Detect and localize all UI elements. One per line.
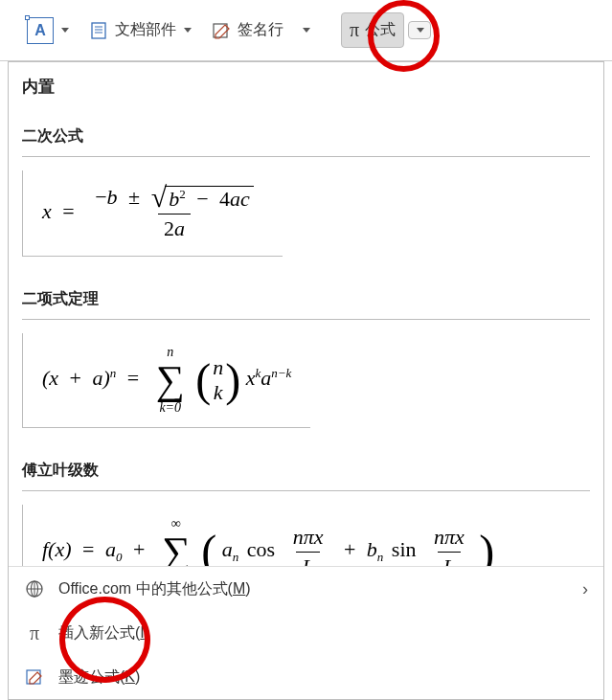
chevron-down-icon xyxy=(61,28,69,33)
equation-item-fourier[interactable]: f(x) = a0 + ∞∑n=1 ( an cos nπxL + bn sin… xyxy=(22,505,513,566)
equation-row: (x + a)n = n∑k=0 (nk) xkan−k xyxy=(22,319,590,441)
equation-gallery-panel: 内置 二次公式 x = −b ± √b2 − 4ac 2a 二项式定理 xyxy=(8,61,604,700)
gallery-footer: Office.com 中的其他公式(M) › π 插入新公式(I) 墨迹公式(K… xyxy=(9,566,603,699)
equation-gallery-scroll[interactable]: 内置 二次公式 x = −b ± √b2 − 4ac 2a 二项式定理 xyxy=(9,62,603,566)
chevron-down-icon xyxy=(303,28,310,33)
document-parts-icon xyxy=(88,20,109,41)
textbox-button[interactable]: A xyxy=(19,11,77,50)
textbox-glyph: A xyxy=(34,22,46,39)
equation-row: x = −b ± √b2 − 4ac 2a xyxy=(22,156,590,270)
ink-equation-icon xyxy=(24,666,45,688)
pi-icon: π xyxy=(24,622,45,644)
menu-item-label: 墨迹公式(K) xyxy=(58,667,140,688)
insert-new-equation-item[interactable]: π 插入新公式(I) xyxy=(9,611,603,655)
signature-line-dropdown[interactable] xyxy=(295,22,316,38)
chevron-down-icon xyxy=(417,28,424,33)
equation-preview: f(x) = a0 + ∞∑n=1 ( an cos nπxL + bn sin… xyxy=(42,516,494,566)
equation-button[interactable]: π 公式 xyxy=(341,12,404,48)
ink-equation-item[interactable]: 墨迹公式(K) xyxy=(9,655,603,699)
pi-icon: π xyxy=(350,19,359,41)
ribbon-toolbar: A 文档部件 签名行 π 公式 xyxy=(0,0,612,61)
equation-button-label: 公式 xyxy=(365,20,396,40)
menu-item-label: Office.com 中的其他公式(M) xyxy=(58,579,251,599)
chevron-right-icon: › xyxy=(582,579,588,599)
signature-line-label: 签名行 xyxy=(238,20,283,40)
equation-preview: (x + a)n = n∑k=0 (nk) xkan−k xyxy=(42,345,291,416)
document-parts-button[interactable]: 文档部件 xyxy=(80,14,199,47)
chevron-down-icon xyxy=(184,28,192,33)
equation-dropdown-caret[interactable] xyxy=(408,21,431,39)
equation-item-quadratic[interactable]: x = −b ± √b2 − 4ac 2a xyxy=(22,170,283,257)
section-heading-fourier: 傅立叶级数 xyxy=(22,461,590,481)
equation-row: f(x) = a0 + ∞∑n=1 ( an cos nπxL + bn sin… xyxy=(22,490,590,566)
globe-icon xyxy=(24,578,45,599)
equation-item-binomial[interactable]: (x + a)n = n∑k=0 (nk) xkan−k xyxy=(22,333,310,428)
section-heading-quadratic: 二次公式 xyxy=(22,126,590,147)
textbox-icon: A xyxy=(27,17,54,44)
document-parts-label: 文档部件 xyxy=(115,20,176,40)
equation-preview: x = −b ± √b2 − 4ac 2a xyxy=(42,183,263,244)
svg-rect-0 xyxy=(92,23,105,38)
builtin-heading: 内置 xyxy=(22,72,590,107)
signature-line-button[interactable]: 签名行 xyxy=(203,14,291,47)
section-heading-binomial: 二项式定理 xyxy=(22,289,590,309)
menu-item-label: 插入新公式(I) xyxy=(58,623,149,644)
signature-icon xyxy=(211,20,232,41)
more-equations-online-item[interactable]: Office.com 中的其他公式(M) › xyxy=(9,567,603,611)
